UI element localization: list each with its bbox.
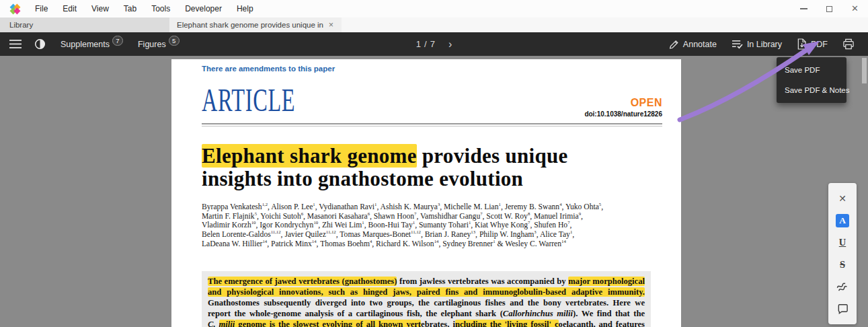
text-line: and physiological innovations, such as h… <box>208 287 645 297</box>
pdf-menu-item-save-pdf[interactable]: Save PDF <box>777 60 846 80</box>
tab-document[interactable]: Elephant shark genome provides unique in… <box>169 17 342 32</box>
menu-developer[interactable]: Developer <box>177 0 229 17</box>
strikethrough-tool-icon[interactable]: S <box>835 257 850 272</box>
supplements-label: Supplements <box>61 40 110 49</box>
text-line: Belen Lorente-Galdos11,12, Javier Quilez… <box>202 230 660 240</box>
menu-file[interactable]: File <box>28 0 55 17</box>
tab-document-label: Elephant shark genome provides unique in… <box>177 21 323 29</box>
page-navigation: 1 / 7 › <box>416 32 452 56</box>
close-tab-icon[interactable]: × <box>329 20 333 30</box>
close-window-button[interactable]: ✕ <box>851 0 859 17</box>
page-separator: / <box>424 39 427 49</box>
pdf-menu-item-save-pdf-notes[interactable]: Save PDF & Notes <box>777 80 846 100</box>
app-window: FileEditViewTabToolsDeveloperHelp ✕ Libr… <box>0 0 868 327</box>
figures-label: Figures <box>138 40 166 49</box>
underline-tool-icon[interactable]: U <box>835 235 850 250</box>
contrast-theme-icon[interactable] <box>34 38 46 50</box>
squiggly-tool-icon[interactable] <box>835 279 850 294</box>
tab-strip: Library Elephant shark genome provides u… <box>0 17 868 32</box>
text-line: Martin F. Flajnik5, Yoichi Sutoh6, Masan… <box>202 212 660 221</box>
hamburger-menu-icon[interactable] <box>9 40 22 48</box>
author-list: Byrappa Venkatesh1,2, Alison P. Lee1, Vy… <box>202 203 660 249</box>
annotate-label: Annotate <box>683 40 717 49</box>
abstract-box: The emergence of jawed vertebrates (gnat… <box>202 271 651 327</box>
window-controls: ✕ <box>800 0 859 17</box>
text-line: The emergence of jawed vertebrates (gnat… <box>208 276 645 287</box>
annotation-toolbar: ✕ A U S <box>828 183 857 324</box>
in-library-button[interactable]: In Library <box>732 39 782 49</box>
figures-button[interactable]: Figures 5 <box>138 39 180 49</box>
amendments-link[interactable]: There are amendments to this paper <box>202 65 335 73</box>
app-logo-icon <box>9 3 22 15</box>
doi-text: doi:10.1038/nature12826 <box>584 110 662 118</box>
document-viewport: There are amendments to this paper ARTIC… <box>0 56 868 327</box>
text-line: Vladimir Korzh10, Igor Kondrychyn10, Zhi… <box>202 221 660 230</box>
supplements-button[interactable]: Supplements 7 <box>61 39 123 49</box>
article-masthead: ARTICLE <box>202 83 295 116</box>
text-line: report the whole-genome analysis of a ca… <box>208 308 645 319</box>
menu-edit[interactable]: Edit <box>55 0 84 17</box>
text-line: C. milii genome is the slowest evolving … <box>208 319 645 327</box>
text-line: insights into gnathostome evolution <box>202 168 654 190</box>
supplements-count-badge: 7 <box>112 36 123 46</box>
pdf-page: There are amendments to this paper ARTIC… <box>171 59 681 327</box>
article-meta: OPEN doi:10.1038/nature12826 <box>584 97 662 118</box>
figures-count-badge: 5 <box>169 36 180 46</box>
in-library-label: In Library <box>747 40 782 49</box>
text-line: Elephant shark genome provides unique <box>202 145 654 168</box>
menu-view[interactable]: View <box>84 0 116 17</box>
tab-library[interactable]: Library <box>0 17 169 32</box>
header-rule <box>202 123 662 126</box>
reader-toolbar: Supplements 7 Figures 5 1 / 7 › Annotate… <box>0 32 868 56</box>
menu-tools[interactable]: Tools <box>144 0 177 17</box>
vertical-scrollbar[interactable] <box>862 58 867 83</box>
menu-help[interactable]: Help <box>229 0 261 17</box>
menu-tab[interactable]: Tab <box>116 0 144 17</box>
paper-title: Elephant shark genome provides uniqueins… <box>202 145 654 190</box>
pdf-label: PDF <box>811 40 828 49</box>
maximize-button[interactable] <box>826 6 832 12</box>
tab-library-label: Library <box>9 21 169 29</box>
note-tool-icon[interactable] <box>835 301 850 316</box>
pdf-button[interactable]: PDF <box>797 38 828 50</box>
page-total: 7 <box>430 39 435 49</box>
print-button[interactable] <box>842 38 855 50</box>
page-current: 1 <box>416 39 421 49</box>
next-page-chevron-icon[interactable]: › <box>448 39 452 50</box>
text-line: LaDeana W. Hillier14, Patrick Minx14, Th… <box>202 240 660 249</box>
menu-items: FileEditViewTabToolsDeveloperHelp <box>28 0 261 17</box>
text-line: Gnathostomes subsequently diverged into … <box>208 297 645 308</box>
pdf-save-dropdown: Save PDFSave PDF & Notes <box>777 57 846 103</box>
menubar: FileEditViewTabToolsDeveloperHelp ✕ <box>0 0 868 17</box>
close-annotation-bar-icon[interactable]: ✕ <box>835 191 850 206</box>
text-line: Byrappa Venkatesh1,2, Alison P. Lee1, Vy… <box>202 203 660 212</box>
open-access-label: OPEN <box>584 97 662 109</box>
minimize-button[interactable] <box>800 8 807 9</box>
highlight-tool-icon[interactable]: A <box>835 213 850 228</box>
annotate-button[interactable]: Annotate <box>668 39 717 50</box>
